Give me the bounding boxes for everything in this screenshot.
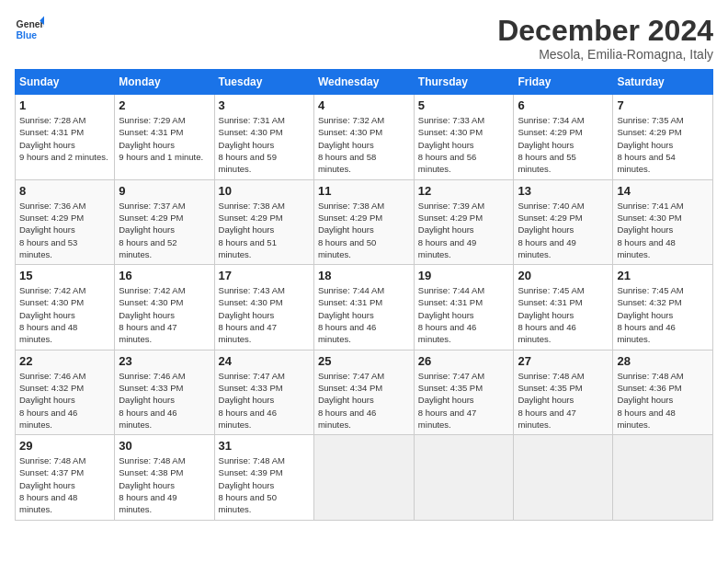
calendar-cell: 20 Sunrise: 7:45 AM Sunset: 4:31 PM Dayl… xyxy=(514,265,613,350)
calendar-cell: 6 Sunrise: 7:34 AM Sunset: 4:29 PM Dayli… xyxy=(514,95,613,179)
day-number: 15 xyxy=(19,269,110,282)
day-number: 7 xyxy=(617,98,709,112)
day-number: 23 xyxy=(119,354,210,368)
calendar-cell: 15 Sunrise: 7:42 AM Sunset: 4:30 PM Dayl… xyxy=(16,265,115,350)
day-number: 18 xyxy=(318,269,410,282)
day-info: Sunrise: 7:46 AM Sunset: 4:33 PM Dayligh… xyxy=(119,370,210,431)
calendar-cell: 22 Sunrise: 7:46 AM Sunset: 4:32 PM Dayl… xyxy=(16,350,115,434)
calendar-cell: 25 Sunrise: 7:47 AM Sunset: 4:34 PM Dayl… xyxy=(313,350,414,434)
calendar-cell xyxy=(613,435,713,520)
day-info: Sunrise: 7:40 AM Sunset: 4:29 PM Dayligh… xyxy=(518,200,609,260)
location-subtitle: Mesola, Emilia-Romagna, Italy xyxy=(497,47,713,62)
day-info: Sunrise: 7:37 AM Sunset: 4:29 PM Dayligh… xyxy=(119,200,210,260)
calendar-cell: 27 Sunrise: 7:48 AM Sunset: 4:35 PM Dayl… xyxy=(514,350,613,434)
header: General Blue December 2024 Mesola, Emili… xyxy=(15,15,713,62)
day-number: 22 xyxy=(19,354,110,368)
day-number: 1 xyxy=(19,98,110,112)
calendar-cell: 13 Sunrise: 7:40 AM Sunset: 4:29 PM Dayl… xyxy=(514,179,613,264)
day-info: Sunrise: 7:42 AM Sunset: 4:30 PM Dayligh… xyxy=(119,284,210,345)
day-number: 17 xyxy=(219,269,310,282)
day-number: 6 xyxy=(518,98,609,112)
day-info: Sunrise: 7:34 AM Sunset: 4:29 PM Dayligh… xyxy=(518,114,609,175)
day-info: Sunrise: 7:48 AM Sunset: 4:35 PM Dayligh… xyxy=(518,370,609,431)
calendar-cell: 7 Sunrise: 7:35 AM Sunset: 4:29 PM Dayli… xyxy=(613,95,713,179)
day-info: Sunrise: 7:47 AM Sunset: 4:35 PM Dayligh… xyxy=(418,370,510,431)
day-info: Sunrise: 7:36 AM Sunset: 4:29 PM Dayligh… xyxy=(19,200,110,260)
day-info: Sunrise: 7:47 AM Sunset: 4:33 PM Dayligh… xyxy=(219,370,310,431)
day-info: Sunrise: 7:48 AM Sunset: 4:38 PM Dayligh… xyxy=(119,454,210,515)
day-number: 4 xyxy=(318,98,410,112)
calendar-cell: 2 Sunrise: 7:29 AM Sunset: 4:31 PM Dayli… xyxy=(115,95,214,179)
day-info: Sunrise: 7:32 AM Sunset: 4:30 PM Dayligh… xyxy=(318,114,410,175)
calendar-week-row: 8 Sunrise: 7:36 AM Sunset: 4:29 PM Dayli… xyxy=(16,179,713,264)
day-number: 9 xyxy=(119,184,210,198)
day-info: Sunrise: 7:47 AM Sunset: 4:34 PM Dayligh… xyxy=(318,370,410,431)
day-number: 19 xyxy=(418,269,510,282)
header-tuesday: Tuesday xyxy=(214,70,313,95)
calendar-cell xyxy=(514,435,613,520)
day-info: Sunrise: 7:48 AM Sunset: 4:39 PM Dayligh… xyxy=(219,454,310,515)
day-number: 3 xyxy=(219,98,310,112)
day-info: Sunrise: 7:31 AM Sunset: 4:30 PM Dayligh… xyxy=(219,114,310,175)
day-info: Sunrise: 7:41 AM Sunset: 4:30 PM Dayligh… xyxy=(617,200,709,260)
header-friday: Friday xyxy=(514,70,613,95)
svg-text:Blue: Blue xyxy=(17,30,38,40)
day-number: 26 xyxy=(418,354,510,368)
calendar-cell: 10 Sunrise: 7:38 AM Sunset: 4:29 PM Dayl… xyxy=(214,179,313,264)
calendar-cell xyxy=(414,435,514,520)
day-number: 30 xyxy=(119,439,210,453)
day-info: Sunrise: 7:35 AM Sunset: 4:29 PM Dayligh… xyxy=(617,114,709,175)
day-info: Sunrise: 7:48 AM Sunset: 4:37 PM Dayligh… xyxy=(19,454,110,515)
day-number: 2 xyxy=(119,98,210,112)
logo: General Blue xyxy=(15,15,44,44)
calendar-cell: 31 Sunrise: 7:48 AM Sunset: 4:39 PM Dayl… xyxy=(214,435,313,520)
calendar-cell: 16 Sunrise: 7:42 AM Sunset: 4:30 PM Dayl… xyxy=(115,265,214,350)
calendar-cell: 12 Sunrise: 7:39 AM Sunset: 4:29 PM Dayl… xyxy=(414,179,514,264)
calendar-cell: 1 Sunrise: 7:28 AM Sunset: 4:31 PM Dayli… xyxy=(16,95,115,179)
calendar-cell: 24 Sunrise: 7:47 AM Sunset: 4:33 PM Dayl… xyxy=(214,350,313,434)
title-area: December 2024 Mesola, Emilia-Romagna, It… xyxy=(497,15,713,62)
day-number: 13 xyxy=(518,184,609,198)
day-number: 16 xyxy=(119,269,210,282)
calendar-week-row: 22 Sunrise: 7:46 AM Sunset: 4:32 PM Dayl… xyxy=(16,350,713,434)
calendar-cell: 29 Sunrise: 7:48 AM Sunset: 4:37 PM Dayl… xyxy=(16,435,115,520)
day-number: 10 xyxy=(219,184,310,198)
weekday-header-row: Sunday Monday Tuesday Wednesday Thursday… xyxy=(16,70,713,95)
header-monday: Monday xyxy=(115,70,214,95)
day-number: 27 xyxy=(518,354,609,368)
day-info: Sunrise: 7:46 AM Sunset: 4:32 PM Dayligh… xyxy=(19,370,110,431)
day-info: Sunrise: 7:29 AM Sunset: 4:31 PM Dayligh… xyxy=(119,114,210,163)
day-number: 11 xyxy=(318,184,410,198)
day-number: 31 xyxy=(219,439,310,453)
header-saturday: Saturday xyxy=(613,70,713,95)
header-wednesday: Wednesday xyxy=(313,70,414,95)
calendar-cell: 4 Sunrise: 7:32 AM Sunset: 4:30 PM Dayli… xyxy=(313,95,414,179)
day-info: Sunrise: 7:39 AM Sunset: 4:29 PM Dayligh… xyxy=(418,200,510,260)
day-info: Sunrise: 7:38 AM Sunset: 4:29 PM Dayligh… xyxy=(318,200,410,260)
svg-text:General: General xyxy=(17,19,44,29)
day-info: Sunrise: 7:44 AM Sunset: 4:31 PM Dayligh… xyxy=(318,284,410,345)
calendar-week-row: 1 Sunrise: 7:28 AM Sunset: 4:31 PM Dayli… xyxy=(16,95,713,179)
calendar-cell: 19 Sunrise: 7:44 AM Sunset: 4:31 PM Dayl… xyxy=(414,265,514,350)
day-info: Sunrise: 7:45 AM Sunset: 4:32 PM Dayligh… xyxy=(617,284,709,345)
day-info: Sunrise: 7:45 AM Sunset: 4:31 PM Dayligh… xyxy=(518,284,609,345)
day-number: 28 xyxy=(617,354,709,368)
day-info: Sunrise: 7:28 AM Sunset: 4:31 PM Dayligh… xyxy=(19,114,110,163)
calendar-cell: 8 Sunrise: 7:36 AM Sunset: 4:29 PM Dayli… xyxy=(16,179,115,264)
header-thursday: Thursday xyxy=(414,70,514,95)
calendar-cell: 30 Sunrise: 7:48 AM Sunset: 4:38 PM Dayl… xyxy=(115,435,214,520)
calendar-cell: 11 Sunrise: 7:38 AM Sunset: 4:29 PM Dayl… xyxy=(313,179,414,264)
month-title: December 2024 xyxy=(497,15,713,47)
day-number: 20 xyxy=(518,269,609,282)
day-number: 8 xyxy=(19,184,110,198)
calendar-table: Sunday Monday Tuesday Wednesday Thursday… xyxy=(15,69,713,520)
day-number: 25 xyxy=(318,354,410,368)
day-info: Sunrise: 7:43 AM Sunset: 4:30 PM Dayligh… xyxy=(219,284,310,345)
calendar-cell: 9 Sunrise: 7:37 AM Sunset: 4:29 PM Dayli… xyxy=(115,179,214,264)
header-sunday: Sunday xyxy=(16,70,115,95)
day-info: Sunrise: 7:48 AM Sunset: 4:36 PM Dayligh… xyxy=(617,370,709,431)
logo-icon: General Blue xyxy=(15,15,44,44)
day-number: 12 xyxy=(418,184,510,198)
calendar-cell: 3 Sunrise: 7:31 AM Sunset: 4:30 PM Dayli… xyxy=(214,95,313,179)
calendar-cell: 5 Sunrise: 7:33 AM Sunset: 4:30 PM Dayli… xyxy=(414,95,514,179)
